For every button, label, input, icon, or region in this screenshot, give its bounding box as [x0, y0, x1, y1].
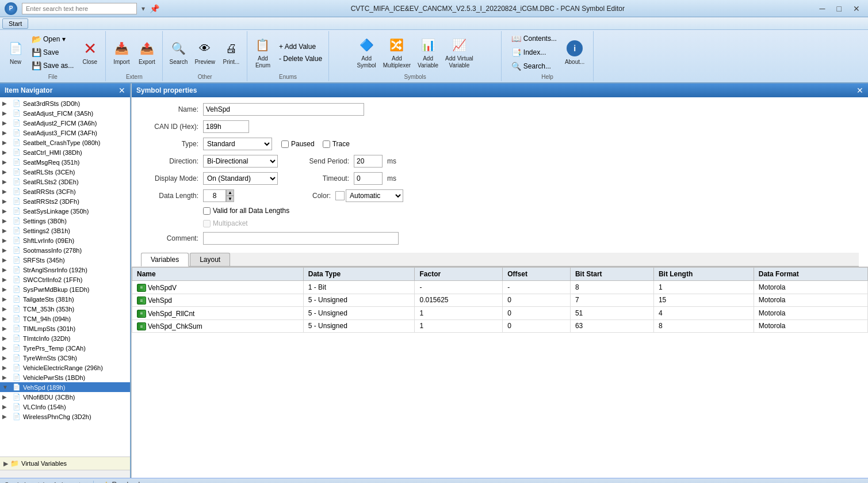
col-factor: Factor [415, 268, 503, 281]
color-select[interactable]: Automatic [346, 189, 403, 202]
nav-tree[interactable]: ▶📄Seat3rdRSts (3D0h)▶📄SeatAdjust_FICM (3… [0, 97, 130, 457]
tree-item-label: TIMLmpSts (301h) [23, 325, 75, 332]
add-variable-button[interactable]: 📊 AddVariable [415, 34, 441, 71]
tree-item[interactable]: ▶📄TyreWrnSts (3C9h) [0, 353, 130, 363]
comment-input[interactable] [203, 232, 399, 245]
tree-item[interactable]: ▶📄SysPwrMdBkup (1EDh) [0, 284, 130, 294]
about-button[interactable]: i About... [562, 37, 587, 67]
symbol-panel-close-button[interactable]: ✕ [856, 86, 863, 95]
tree-item-icon: 📄 [12, 413, 22, 420]
type-select[interactable]: Standard Extended FD [203, 138, 272, 150]
maximize-button[interactable]: □ [833, 3, 845, 14]
add-symbol-button[interactable]: 🔷 AddSymbol [354, 34, 378, 71]
preview-icon: 👁 [196, 39, 214, 58]
tree-expand-icon: ▶ [2, 413, 10, 420]
tree-item[interactable]: ▶📄Settings (3B0h) [0, 216, 130, 226]
minimize-button[interactable]: ─ [816, 3, 829, 14]
tree-item[interactable]: ▶📄TCM_94h (094h) [0, 314, 130, 324]
import-button[interactable]: 📥 Import [109, 37, 133, 67]
tree-item[interactable]: ▶📄SeatRRSts2 (3DFh) [0, 196, 130, 206]
tree-item[interactable]: ▼📄VehSpd (189h) [0, 382, 130, 392]
direction-select[interactable]: Bi-Directional Rx Tx [203, 155, 278, 168]
ribbon-group-file: 📄 New 📂 Open ▾ 💾 Save 💾 Save as... ✕ [0, 31, 106, 81]
contents-button[interactable]: 📖 Contents... [507, 32, 561, 45]
tree-item[interactable]: ▶📄VehicleElectricRange (296h) [0, 363, 130, 372]
table-row[interactable]: VehSpd_ChkSum5 - Unsigned10638Motorola [132, 320, 868, 333]
tree-item[interactable]: ▶📄TImtcInfo (32Dh) [0, 333, 130, 343]
save-as-button[interactable]: 💾 Save as... [29, 59, 77, 72]
tree-item[interactable]: ▶📄TIMLmpSts (301h) [0, 324, 130, 333]
data-length-up-button[interactable]: ▲ [226, 189, 234, 196]
tree-item-icon: 📄 [12, 109, 22, 117]
add-multiplexer-button[interactable]: 🔀 AddMultiplexer [380, 34, 414, 71]
tree-item[interactable]: ▶📄WirelessPhnChg (3D2h) [0, 412, 130, 421]
trace-checkbox[interactable] [323, 140, 330, 148]
tree-item[interactable]: ▶📄TCM_353h (353h) [0, 304, 130, 314]
close-button[interactable]: ✕ [850, 3, 863, 14]
valid-all-checkbox[interactable] [203, 207, 211, 215]
tree-item[interactable]: ▶📄TyrePrs_Temp (3CAh) [0, 343, 130, 353]
table-row[interactable]: VehSpdV1 - Bit--81Motorola [132, 281, 868, 294]
open-button[interactable]: 📂 Open ▾ [29, 33, 77, 45]
index-button[interactable]: 📑 Index... [507, 46, 561, 59]
tree-expand-icon: ▶ [2, 130, 10, 136]
tree-item[interactable]: ▶📄SRFSts (345h) [0, 255, 130, 265]
add-value-button[interactable]: + Add Value [276, 41, 325, 52]
paused-checkbox[interactable] [281, 140, 289, 148]
tree-expand-icon: ▶ [2, 335, 10, 341]
tree-item[interactable]: ▶📄VlNofiBDU (3CBh) [0, 392, 130, 402]
new-button[interactable]: 📄 New [3, 37, 28, 67]
tab-layout[interactable]: Layout [190, 253, 230, 266]
col-data-format: Data Format [754, 268, 867, 281]
tree-item[interactable]: ▶📄SootmassInfo (278h) [0, 245, 130, 255]
data-length-input[interactable] [203, 189, 226, 202]
tree-item[interactable]: ▶📄SeatMsgReq (351h) [0, 157, 130, 167]
search-input[interactable] [22, 3, 137, 14]
timeout-input[interactable] [354, 172, 383, 185]
tree-item[interactable]: ▶📄SeatRRSts (3CFh) [0, 187, 130, 196]
start-button[interactable]: Start [2, 18, 28, 29]
tree-item[interactable]: ▶📄VLCInfo (154h) [0, 402, 130, 412]
tab-variables[interactable]: Variables [141, 253, 189, 267]
print-button[interactable]: 🖨 Print... [219, 37, 243, 67]
display-mode-select[interactable]: On (Standard) Off Diagnostic [203, 172, 278, 185]
tree-item-label: VLCInfo (154h) [23, 404, 66, 410]
tree-item[interactable]: ▶📄StrAnglSnsrInfo (192h) [0, 265, 130, 275]
export-button[interactable]: 📤 Export [135, 37, 159, 67]
multipacket-checkbox[interactable] [203, 220, 211, 227]
table-row[interactable]: VehSpd_RllCnt5 - Unsigned10514Motorola [132, 307, 868, 320]
name-input[interactable] [203, 103, 364, 116]
tree-item[interactable]: ▶📄SeatCtrl_HMI (38Dh) [0, 147, 130, 157]
tree-item[interactable]: ▶📄VehiclePwrSts (1BDh) [0, 372, 130, 382]
tree-item[interactable]: ▶📄SeatAdjust2_FICM (3A6h) [0, 118, 130, 128]
delete-value-button[interactable]: - Delete Value [276, 53, 325, 64]
tree-item[interactable]: ▶📄TailgateSts (381h) [0, 294, 130, 304]
preview-button[interactable]: 👁 Preview [192, 37, 218, 67]
tree-item[interactable]: ▶📄SeatSysLinkage (350h) [0, 206, 130, 216]
add-virtual-variable-button[interactable]: 📈 Add VirtualVariable [442, 34, 476, 71]
tree-item[interactable]: ▶📄SeatAdjust3_FICM (3AFh) [0, 128, 130, 138]
data-length-down-button[interactable]: ▼ [226, 196, 234, 202]
tree-item-label: Settings (3B0h) [23, 218, 67, 225]
tree-item[interactable]: ▶📄Settings2 (3B1h) [0, 226, 130, 235]
send-period-input[interactable] [354, 155, 383, 168]
tree-item-label: SeatSysLinkage (350h) [23, 208, 89, 215]
tree-item[interactable]: ▶📄Seatbelt_CrashType (080h) [0, 138, 130, 147]
save-button[interactable]: 💾 Save [29, 46, 77, 59]
close-button-ribbon[interactable]: ✕ Close [78, 37, 102, 67]
table-row[interactable]: VehSpd5 - Unsigned0.0156250715Motorola [132, 294, 868, 307]
tree-item[interactable]: ▶📄SeatRLSts2 (3DEh) [0, 177, 130, 187]
tree-item[interactable]: ▶📄SeatAdjust_FICM (3A5h) [0, 108, 130, 118]
tree-item-label: TailgateSts (381h) [23, 296, 74, 303]
navigator-close-button[interactable]: ✕ [118, 86, 125, 95]
tree-item[interactable]: ▶📄ShftLvrInfo (09Eh) [0, 235, 130, 245]
add-enum-button[interactable]: 📋 AddEnum [251, 34, 275, 71]
can-id-input[interactable] [203, 120, 249, 133]
tree-item-label: VlNofiBDU (3CBh) [23, 394, 75, 401]
tree-item[interactable]: ▶📄SWCCtrlInfo2 (1FFh) [0, 275, 130, 284]
tree-item-label: TCM_353h (353h) [23, 306, 74, 313]
tree-item[interactable]: ▶📄Seat3rdRSts (3D0h) [0, 98, 130, 108]
tree-item[interactable]: ▶📄SeatRLSts (3CEh) [0, 167, 130, 177]
search-button[interactable]: 🔍 Search [166, 37, 190, 67]
help-search-button[interactable]: 🔍 Search... [507, 60, 561, 73]
